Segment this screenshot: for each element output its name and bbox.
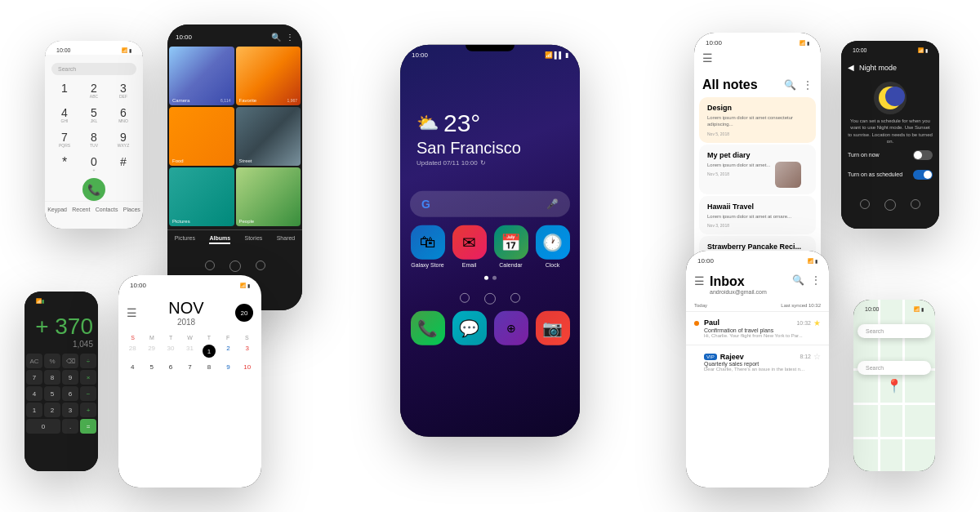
cal-day-28[interactable]: 28 — [123, 342, 141, 360]
home-btn[interactable] — [484, 292, 496, 304]
key-5[interactable]: 5JKL — [81, 105, 107, 126]
key-4[interactable]: 4GHI — [51, 105, 78, 126]
calc-6[interactable]: 6 — [62, 386, 78, 401]
calc-multiply[interactable]: × — [80, 370, 96, 385]
app-camera-red[interactable]: 📷 — [535, 310, 570, 345]
calc-1[interactable]: 1 — [26, 403, 42, 417]
inbox-email-paul[interactable]: Paul 10:32 ★ Confirmation of travel plan… — [686, 311, 829, 345]
calc-divide[interactable]: ÷ — [80, 354, 96, 368]
cal-day-9[interactable]: 9 — [219, 361, 237, 373]
gallery-search-icon[interactable]: 🔍 — [271, 33, 281, 42]
gallery-cell-food[interactable]: Food — [169, 107, 234, 166]
calc-plus[interactable]: + — [80, 403, 96, 417]
night-recent-btn[interactable] — [911, 199, 920, 209]
gallery-cell-people[interactable]: People — [236, 167, 301, 226]
back-btn[interactable] — [460, 292, 470, 302]
calc-backspace[interactable]: ⌫ — [62, 354, 78, 368]
calc-0[interactable]: 0 — [26, 419, 60, 434]
gallery-cell-pictures[interactable]: Pictures — [169, 167, 234, 226]
night-back-icon[interactable]: ◀ — [848, 63, 854, 72]
calc-8[interactable]: 8 — [44, 370, 60, 385]
key-star[interactable]: * — [51, 154, 78, 175]
key-8[interactable]: 8TUV — [81, 129, 107, 150]
app-galaxy-store[interactable]: 🛍 Galaxy Store — [410, 225, 445, 267]
notes-menu-icon[interactable]: ☰ — [702, 51, 713, 65]
note-pet[interactable]: My pet diary Lorem ipsum dolor sit amet.… — [699, 145, 816, 194]
key-1[interactable]: 1 — [51, 80, 78, 101]
inbox-more-icon[interactable]: ⋮ — [811, 274, 821, 286]
calc-minus[interactable]: − — [80, 386, 96, 401]
tab-recent[interactable]: Recent — [72, 207, 90, 212]
cal-today-badge[interactable]: 20 — [235, 304, 253, 322]
night-toggle-now-switch[interactable] — [913, 150, 933, 160]
calc-percent[interactable]: % — [44, 354, 60, 368]
app-game[interactable]: ⊕ — [493, 310, 528, 345]
app-clock[interactable]: 🕐 Clock — [535, 225, 570, 267]
tab-places[interactable]: Places — [123, 207, 140, 212]
cal-day-6[interactable]: 6 — [162, 361, 180, 373]
key-2[interactable]: 2ABC — [81, 80, 107, 101]
app-phone[interactable]: 📞 — [410, 310, 445, 345]
cal-menu-icon[interactable]: ☰ — [127, 306, 137, 319]
gallery-home-btn[interactable] — [229, 260, 241, 272]
calc-3[interactable]: 3 — [62, 403, 78, 417]
search-bar-center[interactable]: G 🎤 — [410, 190, 570, 216]
cal-day-3[interactable]: 3 — [238, 342, 256, 360]
gallery-tab-albums[interactable]: Albums — [209, 235, 230, 244]
gallery-recent-btn[interactable] — [256, 260, 265, 270]
calc-4[interactable]: 4 — [26, 386, 42, 401]
gallery-cell-camera[interactable]: Camera 6,114 — [169, 47, 234, 105]
tab-keypad[interactable]: Keypad — [47, 207, 67, 212]
maps-search-bar[interactable]: Search — [858, 324, 931, 338]
gallery-cell-favorite[interactable]: Favorite 1,967 — [236, 47, 301, 105]
call-button[interactable]: 📞 — [82, 178, 105, 201]
cal-day-29[interactable]: 29 — [142, 342, 160, 360]
key-3[interactable]: 3DEF — [110, 80, 136, 101]
calc-2[interactable]: 2 — [44, 403, 60, 417]
key-0[interactable]: 0+ — [81, 154, 107, 175]
key-hash[interactable]: # — [110, 154, 136, 175]
inbox-paul-star[interactable]: ★ — [813, 318, 821, 327]
night-back-btn[interactable] — [860, 199, 870, 209]
gallery-cell-street[interactable]: Street — [236, 107, 301, 166]
gallery-tab-shared[interactable]: Shared — [277, 235, 296, 244]
gallery-tab-stories[interactable]: Stories — [244, 235, 262, 244]
notes-search-icon[interactable]: 🔍 — [784, 79, 796, 91]
note-design[interactable]: Design Lorem ipsum dolor sit amet consec… — [699, 97, 816, 143]
cal-day-2[interactable]: 2 — [219, 342, 237, 360]
gallery-more-icon[interactable]: ⋮ — [286, 33, 294, 42]
cal-day-31[interactable]: 31 — [180, 342, 198, 360]
app-calendar[interactable]: 📅 Calendar — [493, 225, 528, 267]
key-9[interactable]: 9WXYZ — [110, 129, 136, 150]
calc-9[interactable]: 9 — [62, 370, 78, 385]
inbox-menu-icon[interactable]: ☰ — [694, 274, 705, 287]
key-6[interactable]: 6MNO — [110, 105, 136, 126]
cal-day-5[interactable]: 5 — [142, 361, 160, 373]
cal-day-1[interactable]: 1 — [200, 342, 218, 360]
gallery-back-btn[interactable] — [205, 260, 215, 270]
inbox-email-rajeev[interactable]: VIP Rajeev 8:12 ☆ Quarterly sales report… — [686, 345, 829, 378]
tab-contacts[interactable]: Contacts — [96, 207, 118, 212]
cal-day-8[interactable]: 8 — [200, 361, 218, 373]
calc-dot[interactable]: . — [62, 419, 78, 434]
dialer-search-bar[interactable]: Search — [51, 63, 136, 75]
app-email[interactable]: ✉ Email — [452, 225, 487, 267]
calc-7[interactable]: 7 — [26, 370, 42, 385]
notes-more-icon[interactable]: ⋮ — [803, 79, 813, 91]
calc-ac[interactable]: AC — [26, 354, 42, 368]
night-home-btn[interactable] — [884, 199, 896, 211]
note-hawaii[interactable]: Hawaii Travel Lorem ipsum dolor sit amet… — [699, 196, 816, 234]
cal-day-4[interactable]: 4 — [123, 361, 141, 373]
night-toggle-scheduled-switch[interactable] — [913, 170, 933, 180]
calc-5[interactable]: 5 — [44, 386, 60, 401]
cal-day-10[interactable]: 10 — [238, 361, 256, 373]
recent-btn[interactable] — [510, 292, 520, 302]
maps-search-bar2[interactable]: Search — [858, 361, 931, 375]
cal-day-7[interactable]: 7 — [180, 361, 198, 373]
key-7[interactable]: 7PQRS — [51, 129, 78, 150]
cal-day-30[interactable]: 30 — [162, 342, 180, 360]
app-messages[interactable]: 💬 — [452, 310, 487, 345]
calc-equals[interactable]: = — [80, 419, 96, 434]
inbox-rajeev-star[interactable]: ☆ — [813, 352, 821, 361]
gallery-tab-pictures[interactable]: Pictures — [175, 235, 195, 244]
